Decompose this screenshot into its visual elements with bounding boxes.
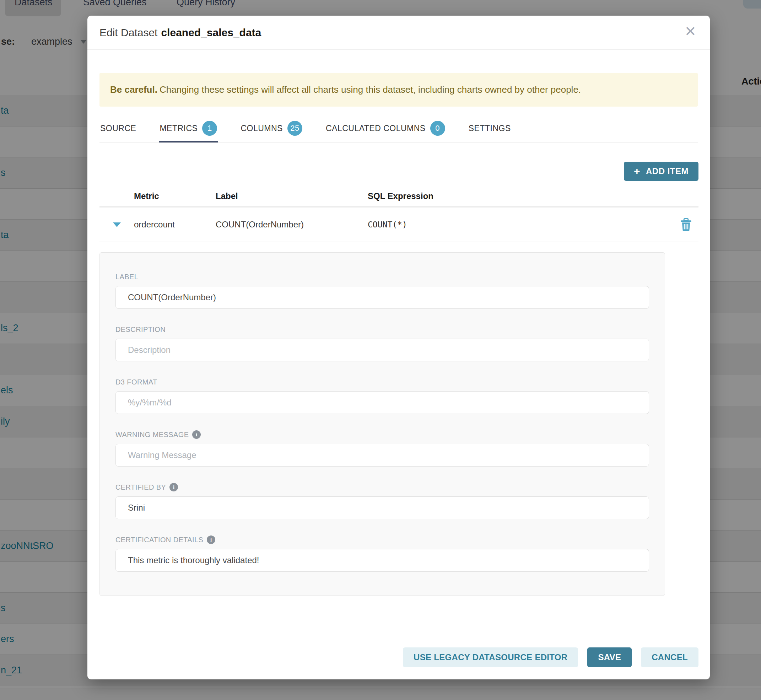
- trash-icon: [680, 218, 692, 231]
- metric-name: ordercount: [134, 220, 216, 230]
- description-input[interactable]: [116, 339, 649, 361]
- tab-calculated-columns[interactable]: CALCULATED COLUMNS 0: [325, 116, 446, 142]
- tab-label: SOURCE: [100, 123, 136, 133]
- info-icon[interactable]: i: [169, 483, 178, 491]
- modal-footer: USE LEGACY DATASOURCE EDITOR SAVE CANCEL: [403, 647, 698, 667]
- expand-caret-icon[interactable]: [113, 222, 121, 227]
- screen: Datasets Saved Queries Query History se:…: [0, 0, 761, 700]
- warning-banner: Be careful. Changing these settings will…: [100, 73, 698, 106]
- metrics-table-header: Metric Label SQL Expression: [100, 186, 698, 208]
- field-label-text: CERTIFIED BY: [116, 483, 166, 491]
- field-label: LABEL: [116, 273, 649, 281]
- plus-icon: +: [634, 166, 640, 177]
- metric-sql: COUNT(*): [368, 220, 673, 229]
- field-group-warning-message: WARNING MESSAGE i: [116, 430, 649, 467]
- modal-title: Edit Datasetcleaned_sales_data: [100, 27, 261, 39]
- tab-source[interactable]: SOURCE: [100, 116, 137, 142]
- add-item-label: ADD ITEM: [646, 166, 689, 176]
- field-label-text: WARNING MESSAGE: [116, 431, 189, 439]
- tab-label: METRICS: [159, 123, 197, 133]
- warning-message-input[interactable]: [116, 444, 649, 467]
- metric-edit-panel: LABEL DESCRIPTION D3 FORMAT WARNING MESS…: [100, 252, 665, 596]
- close-icon[interactable]: ✕: [684, 24, 696, 38]
- warning-banner-bold: Be careful.: [110, 84, 157, 95]
- field-group-label: LABEL: [116, 273, 649, 309]
- save-button[interactable]: SAVE: [587, 647, 632, 667]
- field-label-text: LABEL: [116, 273, 138, 281]
- field-label-text: DESCRIPTION: [116, 325, 166, 334]
- field-label: DESCRIPTION: [116, 325, 649, 334]
- tab-calculated-columns-badge: 0: [430, 121, 445, 136]
- tab-metrics[interactable]: METRICS 1: [159, 116, 218, 142]
- field-group-d3format: D3 FORMAT: [116, 378, 649, 414]
- certification-details-input[interactable]: [116, 549, 649, 572]
- field-label: CERTIFIED BY i: [116, 483, 649, 491]
- modal-tabs: SOURCE METRICS 1 COLUMNS 25 CALCULATED C…: [100, 116, 698, 143]
- field-group-certified-by: CERTIFIED BY i: [116, 483, 649, 519]
- field-group-certification-details: CERTIFICATION DETAILS i: [116, 536, 649, 572]
- tab-columns[interactable]: COLUMNS 25: [240, 116, 303, 142]
- d3-format-input[interactable]: [116, 391, 649, 414]
- use-legacy-datasource-editor-button[interactable]: USE LEGACY DATASOURCE EDITOR: [403, 647, 578, 667]
- tab-label: COLUMNS: [241, 123, 283, 133]
- tab-columns-badge: 25: [288, 121, 302, 136]
- metric-label: COUNT(OrderNumber): [216, 220, 368, 230]
- col-header-sql: SQL Expression: [368, 191, 673, 201]
- field-label-text: CERTIFICATION DETAILS: [116, 536, 203, 544]
- metrics-table: Metric Label SQL Expression ordercount C…: [100, 186, 698, 242]
- delete-metric-button[interactable]: [673, 218, 698, 231]
- cancel-button[interactable]: CANCEL: [641, 647, 698, 667]
- modal-title-prefix: Edit Dataset: [100, 27, 157, 38]
- field-group-description: DESCRIPTION: [116, 325, 649, 361]
- add-item-button[interactable]: + ADD ITEM: [624, 162, 698, 181]
- modal-header: Edit Datasetcleaned_sales_data ✕: [88, 16, 710, 50]
- tab-settings[interactable]: SETTINGS: [468, 116, 512, 142]
- metric-row: ordercount COUNT(OrderNumber) COUNT(*): [100, 208, 698, 242]
- certified-by-input[interactable]: [116, 496, 649, 519]
- tab-label: CALCULATED COLUMNS: [326, 123, 426, 133]
- info-icon[interactable]: i: [207, 536, 215, 544]
- field-label: D3 FORMAT: [116, 378, 649, 386]
- tab-label: SETTINGS: [469, 123, 511, 133]
- field-label: WARNING MESSAGE i: [116, 430, 649, 439]
- dataset-name: cleaned_sales_data: [161, 27, 261, 38]
- warning-banner-text: Changing these settings will affect all …: [159, 84, 581, 95]
- tab-metrics-badge: 1: [202, 121, 217, 136]
- field-label-text: D3 FORMAT: [116, 378, 157, 386]
- col-header-label: Label: [216, 191, 368, 201]
- info-icon[interactable]: i: [192, 430, 201, 439]
- field-label: CERTIFICATION DETAILS i: [116, 536, 649, 544]
- edit-dataset-modal: Edit Datasetcleaned_sales_data ✕ Be care…: [88, 16, 710, 680]
- col-header-metric: Metric: [134, 191, 216, 201]
- label-input[interactable]: [116, 286, 649, 309]
